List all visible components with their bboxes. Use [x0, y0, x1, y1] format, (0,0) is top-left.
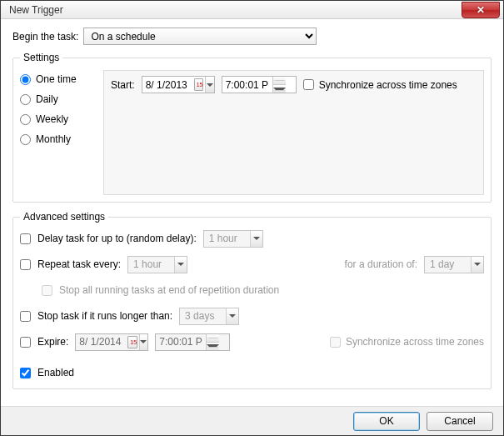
- expire-date-input[interactable]: [76, 334, 126, 350]
- schedule-detail-panel: Start:: [103, 70, 484, 195]
- cancel-button-label: Cancel: [444, 415, 475, 427]
- triangle-down-icon: [207, 344, 219, 348]
- dialog-content: Begin the task: On a schedule Settings O…: [1, 19, 503, 406]
- advanced-legend: Advanced settings: [20, 211, 108, 223]
- duration-value-select[interactable]: 1 day: [424, 256, 484, 273]
- start-time-input[interactable]: [222, 77, 272, 93]
- radio-monthly[interactable]: Monthly: [20, 133, 95, 145]
- chevron-down-icon: [177, 263, 184, 266]
- new-trigger-dialog: New Trigger ✕ Begin the task: On a sched…: [0, 0, 504, 436]
- stop-repetition-row: Stop all running tasks at end of repetit…: [42, 281, 484, 299]
- chevron-down-icon: [253, 237, 260, 240]
- begin-task-row: Begin the task: On a schedule: [12, 28, 492, 45]
- ok-button[interactable]: OK: [353, 412, 420, 431]
- begin-task-select[interactable]: On a schedule: [83, 28, 317, 45]
- window-title: New Trigger: [9, 4, 462, 16]
- triangle-up-icon: [273, 80, 286, 81]
- chevron-down-icon: [229, 314, 236, 318]
- calendar-icon: [194, 78, 203, 91]
- triangle-up-icon: [207, 338, 219, 338]
- spin-down-button[interactable]: [207, 343, 219, 350]
- repeat-label: Repeat task every:: [37, 258, 121, 270]
- begin-task-label: Begin the task:: [12, 31, 78, 43]
- chevron-down-icon: [207, 83, 213, 87]
- sync-timezones-checkbox[interactable]: Synchronize across time zones: [303, 79, 457, 91]
- enabled-checkbox[interactable]: [20, 368, 31, 378]
- start-date-input[interactable]: [142, 77, 192, 93]
- expire-sync-checkbox: Synchronize across time zones: [330, 336, 484, 348]
- cancel-button[interactable]: Cancel: [427, 412, 493, 431]
- triangle-down-icon: [273, 88, 286, 91]
- titlebar: New Trigger ✕: [1, 1, 503, 19]
- duration-value: 1 day: [425, 257, 471, 273]
- dialog-footer: OK Cancel: [1, 406, 503, 435]
- advanced-fieldset: Advanced settings Delay task for up to (…: [12, 211, 492, 389]
- expire-sync-label: Synchronize across time zones: [346, 336, 484, 348]
- radio-one-time-input[interactable]: [20, 74, 31, 85]
- stop-long-value: 3 days: [180, 308, 226, 324]
- duration-label: for a duration of:: [345, 258, 417, 270]
- enabled-label: Enabled: [37, 367, 74, 378]
- expire-label: Expire:: [37, 336, 68, 348]
- duration-drop-button[interactable]: [471, 257, 483, 273]
- settings-legend: Settings: [20, 52, 62, 63]
- expire-sync-input: [330, 337, 341, 348]
- radio-weekly-label: Weekly: [36, 113, 68, 125]
- repeat-checkbox[interactable]: [20, 259, 31, 270]
- spin-up-button[interactable]: [207, 334, 219, 343]
- radio-one-time[interactable]: One time: [20, 73, 95, 85]
- ok-button-label: OK: [379, 415, 393, 427]
- stop-long-value-select[interactable]: 3 days: [179, 308, 239, 325]
- stop-repetition-label: Stop all running tasks at end of repetit…: [59, 284, 279, 296]
- delay-checkbox[interactable]: [20, 233, 31, 244]
- stop-long-checkbox[interactable]: [20, 311, 31, 322]
- delay-row: Delay task for up to (random delay): 1 h…: [20, 229, 484, 248]
- start-time-picker[interactable]: [222, 76, 297, 93]
- settings-fieldset: Settings One time Daily Weekly: [12, 52, 492, 203]
- frequency-radio-group: One time Daily Weekly Monthly: [20, 70, 95, 195]
- radio-monthly-label: Monthly: [36, 133, 71, 145]
- expire-row: Expire:: [20, 333, 484, 351]
- radio-weekly-input[interactable]: [20, 114, 31, 125]
- calendar-icon: [127, 336, 137, 348]
- radio-monthly-input[interactable]: [20, 134, 31, 145]
- close-button[interactable]: ✕: [462, 2, 500, 18]
- radio-daily[interactable]: Daily: [20, 93, 95, 105]
- expire-checkbox[interactable]: [20, 337, 31, 348]
- expire-date-picker[interactable]: [75, 333, 148, 351]
- stop-long-label: Stop task if it runs longer than:: [37, 310, 172, 322]
- enabled-row: Enabled: [20, 363, 484, 382]
- date-drop-button[interactable]: [205, 77, 214, 93]
- chevron-down-icon: [140, 340, 147, 343]
- expire-time-picker[interactable]: [155, 333, 230, 351]
- close-icon: ✕: [477, 4, 485, 16]
- radio-weekly[interactable]: Weekly: [20, 113, 95, 125]
- delay-label: Delay task for up to (random delay):: [37, 233, 197, 244]
- stop-repetition-checkbox: [42, 285, 52, 296]
- spin-down-button[interactable]: [273, 85, 286, 93]
- start-date-picker[interactable]: [142, 76, 215, 93]
- radio-one-time-label: One time: [36, 73, 77, 85]
- stop-long-row: Stop task if it runs longer than: 3 days: [20, 307, 484, 325]
- delay-drop-button[interactable]: [250, 231, 262, 247]
- sync-timezones-input[interactable]: [303, 79, 314, 90]
- repeat-drop-button[interactable]: [174, 257, 187, 273]
- delay-value: 1 hour: [204, 231, 250, 247]
- expire-date-drop-button[interactable]: [139, 334, 148, 350]
- repeat-value: 1 hour: [128, 257, 174, 273]
- repeat-row: Repeat task every: 1 hour for a duration…: [20, 255, 484, 273]
- delay-value-select[interactable]: 1 hour: [203, 230, 263, 248]
- spin-up-button[interactable]: [273, 77, 286, 85]
- radio-daily-input[interactable]: [20, 94, 31, 105]
- time-spinner[interactable]: [272, 77, 286, 93]
- sync-timezones-label: Synchronize across time zones: [319, 79, 457, 91]
- start-label: Start:: [111, 79, 135, 91]
- expire-time-input[interactable]: [156, 334, 206, 350]
- chevron-down-icon: [474, 263, 481, 266]
- radio-daily-label: Daily: [36, 93, 58, 105]
- repeat-value-select[interactable]: 1 hour: [127, 256, 187, 273]
- expire-time-spinner[interactable]: [206, 334, 219, 350]
- stop-long-drop-button[interactable]: [226, 308, 238, 324]
